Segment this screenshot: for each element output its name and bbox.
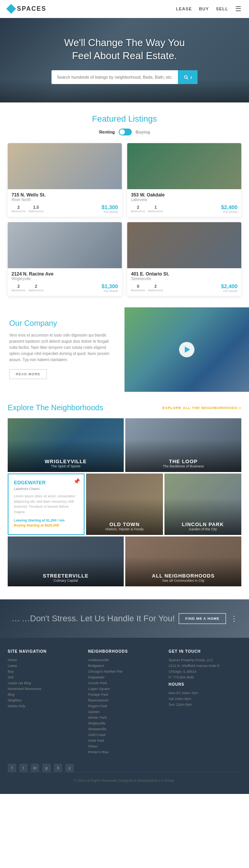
listing-card[interactable]: 401 E. Ontario St. Streeterville 0 Bedro…: [127, 222, 241, 296]
neighborhood-streeterville[interactable]: STREETERVILLE Culinary Capital: [8, 536, 124, 586]
linkedin-icon[interactable]: li: [54, 764, 62, 772]
listing-details: 2 Bedrooms 1.5 Bathrooms $1,300 Per Mont…: [12, 204, 118, 214]
footer-link[interactable]: Wrigleyville: [88, 721, 161, 725]
logo[interactable]: SPACES: [8, 5, 46, 12]
neighborhood-name: LINCOLN PARK: [182, 521, 224, 527]
footer-link[interactable]: Pilsen: [88, 744, 161, 748]
play-button[interactable]: [179, 342, 194, 357]
search-button[interactable]: ›: [178, 70, 198, 84]
listing-price: $2,400 Per Month: [221, 204, 237, 214]
cta-message: …Don't Stress. Let Us Handle It For You!: [22, 614, 175, 623]
footer-link[interactable]: Lincoln Park: [88, 681, 161, 685]
featured-card-name: EDGEWATER: [14, 480, 78, 485]
footer-link[interactable]: Ravenswood: [88, 698, 161, 702]
baths-stat: 1.5 Bathrooms: [28, 205, 43, 213]
footer-link[interactable]: Movement Resources: [8, 687, 80, 691]
featured-listings-section: Featured Listings Renting Buying 715 N. …: [0, 102, 249, 307]
neighborhoods-footer-title: NEIGHBORHOODS: [88, 649, 161, 653]
hero-section: We'll Change The Way You Feel About Real…: [0, 18, 249, 102]
hours-weekday: Mon-Fri 10am-7pm: [169, 691, 241, 695]
listing-details: 2 Bedrooms 1 Bathrooms $2,400 Per Month: [131, 204, 237, 214]
footer-link[interactable]: Portage Park: [88, 693, 161, 696]
footer-neighborhoods: NEIGHBORHOODS Andersonville Bridgeport C…: [88, 649, 161, 756]
listing-stats: 2 Bedrooms 2 Bathrooms: [12, 284, 43, 292]
neighborhood-sub: The Spirit of Sports: [51, 464, 80, 468]
neighborhood-name: STREETERVILLE: [43, 573, 89, 579]
find-home-button[interactable]: FIND ME A HOME: [179, 613, 226, 624]
listing-price: $2,400 Per Month: [221, 283, 237, 293]
footer-link[interactable]: Uptown: [88, 710, 161, 714]
footer-link[interactable]: Logan Square: [88, 687, 161, 691]
featured-price1: Leasing Starting at $1,200 / mo: [14, 518, 78, 522]
footer-link[interactable]: Streeterville: [88, 727, 161, 731]
renting-buying-toggle[interactable]: [119, 129, 132, 135]
toggle-knob: [120, 129, 125, 135]
cta-text: ……Don't Stress. Let Us Handle It For You…: [12, 614, 176, 624]
neighborhood-old-town[interactable]: OLD TOWN Historic, Hipster & Foody: [86, 474, 163, 535]
pinterest-icon[interactable]: p: [42, 764, 51, 772]
neighborhoods-header: Explore The Neighborhoods EXPLORE ALL TH…: [8, 403, 241, 412]
footer-link[interactable]: Blog: [8, 693, 80, 696]
more-options-icon[interactable]: ⋮: [231, 614, 237, 623]
footer-link[interactable]: Buy: [8, 670, 80, 673]
footer-link[interactable]: Rogers Park: [88, 704, 161, 708]
listing-neighborhood: Wrigleyville: [12, 277, 118, 281]
listing-price: $1,300 Per Month: [101, 283, 118, 293]
footer-site-nav: SITE NAVIGATION Home Lease Buy Sell Leas…: [8, 649, 80, 756]
listing-image: [8, 222, 122, 268]
header: SPACES LEASE BUY SELL ☰: [0, 0, 249, 18]
explore-all-link[interactable]: EXPLORE ALL THE NEIGHBORHOODS »: [162, 406, 241, 410]
footer-link[interactable]: Home: [8, 658, 80, 662]
footer-link[interactable]: Gold Coast: [88, 733, 161, 737]
beds-stat: 2 Bedrooms: [12, 284, 25, 292]
listing-card[interactable]: 353 W. Oakdale Lakeview 2 Bedrooms 1 Bat…: [127, 143, 241, 217]
hamburger-icon[interactable]: ☰: [235, 5, 241, 13]
listing-details: 0 Bedrooms 2 Bathrooms $2,400 Per Month: [131, 283, 237, 293]
nav-buy[interactable]: BUY: [199, 7, 209, 11]
footer-link[interactable]: Chicago's Norther Pier: [88, 670, 161, 673]
footer-link[interactable]: Sell: [8, 675, 80, 679]
facebook-icon[interactable]: f: [8, 764, 16, 772]
footer-link[interactable]: Neighbor: [8, 698, 80, 702]
footer-link[interactable]: Media Only: [8, 704, 80, 708]
read-more-button[interactable]: READ MORE: [9, 369, 47, 379]
search-input[interactable]: [51, 71, 178, 83]
hours-sunday: Sun 12pm-5pm: [169, 703, 241, 706]
footer-link[interactable]: Bridgeport: [88, 664, 161, 668]
footer-link[interactable]: Lease: [8, 664, 80, 668]
neighborhood-edgewater-featured[interactable]: EDGEWATER Lakefront Charm Lorem ipsum do…: [8, 474, 85, 535]
footer-link[interactable]: Hyde Park: [88, 739, 161, 743]
neighborhoods-row-1: WRIGLEYVILLE The Spirit of Sports THE LO…: [8, 418, 241, 472]
main-nav: LEASE BUY SELL ☰: [176, 5, 241, 13]
neighborhood-sub: See all Communities in City: [162, 579, 204, 583]
listing-neighborhood: River North: [12, 198, 118, 202]
neighborhood-loop[interactable]: THE LOOP The Backbone of Business: [125, 418, 241, 472]
listing-address: 353 W. Oakdale: [131, 192, 237, 198]
footer-link[interactable]: Andersonville: [88, 658, 161, 662]
listing-neighborhood: Lakeview: [131, 198, 237, 202]
neighborhood-overlay: LINCOLN PARK Garden of the City: [164, 474, 241, 535]
listing-address: 2124 N. Racine Ave: [12, 271, 118, 277]
footer-link[interactable]: Edgewater: [88, 675, 161, 679]
footer-link[interactable]: Printer's Row: [88, 750, 161, 754]
footer-link[interactable]: Lease Apt Blog: [8, 681, 80, 685]
nav-sell[interactable]: SELL: [216, 7, 228, 11]
neighborhood-name: ALL NEIGHBORHOODS: [152, 573, 214, 579]
phone[interactable]: P: 773.904.4640: [169, 675, 241, 679]
listing-card[interactable]: 2124 N. Racine Ave Wrigleyville 2 Bedroo…: [8, 222, 122, 296]
youtube-icon[interactable]: y: [65, 764, 74, 772]
twitter-icon[interactable]: t: [19, 764, 28, 772]
nav-lease[interactable]: LEASE: [176, 7, 192, 11]
footer: SITE NAVIGATION Home Lease Buy Sell Leas…: [0, 638, 249, 794]
listing-card[interactable]: 715 N. Wells St. River North 2 Bedrooms …: [8, 143, 122, 217]
hero-title: We'll Change The Way You Feel About Real…: [51, 36, 198, 63]
neighborhood-lincoln-park[interactable]: LINCOLN PARK Garden of the City: [164, 474, 241, 535]
neighborhood-sub: The Backbone of Business: [163, 464, 204, 468]
copyright-text: © 2014 All Rights Reserved. Designed & D…: [74, 779, 175, 782]
neighborhood-wrigleyville[interactable]: WRIGLEYVILLE The Spirit of Sports: [8, 418, 124, 472]
neighborhood-all[interactable]: ALL NEIGHBORHOODS See all Communities in…: [125, 536, 241, 586]
listing-address: 401 E. Ontario St.: [131, 271, 237, 277]
neighborhood-overlay: WRIGLEYVILLE The Spirit of Sports: [8, 418, 124, 472]
instagram-icon[interactable]: in: [31, 764, 39, 772]
footer-link[interactable]: Wicker Park: [88, 716, 161, 719]
